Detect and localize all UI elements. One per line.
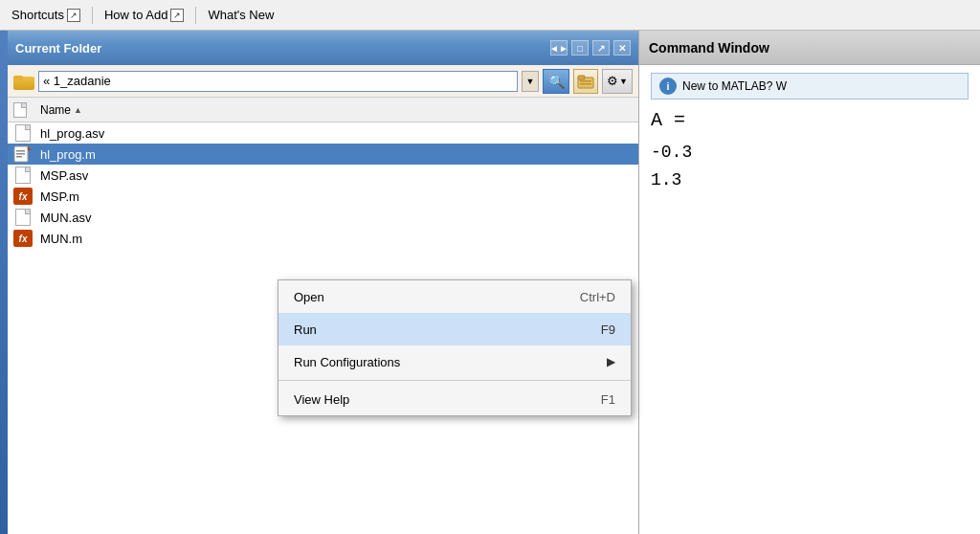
- address-bar: « 1_zadanie ▼ 🔍 ⚙ ▼: [8, 65, 638, 98]
- toolbar: Shortcuts ↗ How to Add ↗ What's New: [0, 0, 980, 31]
- info-icon: i: [659, 78, 677, 95]
- ctx-run-label: Run: [294, 323, 317, 337]
- folder-icon: [13, 73, 34, 90]
- how-to-add-icon: ↗: [170, 9, 184, 22]
- ctx-view-help-label: View Help: [294, 392, 349, 407]
- fx-icon: fx: [13, 188, 33, 205]
- left-strip: [0, 31, 8, 534]
- ctx-separator: [278, 380, 631, 381]
- panel-title: Current Folder: [15, 41, 543, 56]
- svg-rect-7: [16, 153, 25, 155]
- value1: -0.3: [651, 139, 969, 167]
- name-col-label: Name: [40, 103, 71, 117]
- svg-marker-5: [28, 146, 32, 150]
- ctx-view-help-shortcut: F1: [601, 392, 615, 407]
- file-row-msp-m[interactable]: fx MSP.m: [8, 186, 638, 207]
- command-window-body[interactable]: i New to MATLAB? W A = -0.3 1.3: [639, 65, 980, 534]
- context-menu: Open Ctrl+D Run F9 Run Configurations ▶ …: [278, 279, 632, 416]
- doc-icon: [15, 167, 31, 184]
- whats-new-link[interactable]: What's New: [204, 6, 278, 24]
- gear-button[interactable]: ⚙ ▼: [602, 69, 633, 94]
- doc-icon: [15, 124, 31, 142]
- svg-rect-1: [578, 76, 585, 79]
- command-window-header: Command Window: [639, 31, 980, 65]
- value2: 1.3: [651, 167, 969, 194]
- file-icon: [13, 209, 33, 226]
- fx-icon: fx: [13, 230, 33, 247]
- panel-header-controls: ◄► □ ↗ ✕: [550, 40, 631, 56]
- ctx-view-help[interactable]: View Help F1: [278, 383, 631, 415]
- whats-new-label: What's New: [208, 8, 274, 22]
- svg-rect-2: [580, 80, 591, 82]
- maximize-button[interactable]: ↗: [592, 40, 610, 56]
- file-icon: fx: [13, 230, 33, 247]
- how-to-add-label: How to Add: [104, 8, 168, 22]
- address-dropdown-button[interactable]: ▼: [522, 71, 539, 92]
- doc-icon: [15, 209, 31, 226]
- gear-dropdown-arrow: ▼: [619, 77, 628, 86]
- shortcuts-link[interactable]: Shortcuts ↗: [8, 6, 84, 24]
- file-name: MSP.asv: [40, 168, 88, 183]
- toolbar-sep-1: [92, 7, 93, 24]
- close-button[interactable]: ✕: [613, 40, 631, 56]
- shortcuts-icon: ↗: [67, 9, 80, 22]
- address-prefix: «: [43, 74, 54, 88]
- info-text: New to MATLAB? W: [682, 79, 787, 93]
- cmd-values: -0.3 1.3: [651, 139, 969, 194]
- file-row-mun-asv[interactable]: MUN.asv: [8, 207, 638, 228]
- file-list-header: Name ▲: [8, 98, 638, 122]
- ctx-open[interactable]: Open Ctrl+D: [278, 280, 631, 313]
- pin-button[interactable]: ◄►: [550, 40, 568, 56]
- search-button[interactable]: 🔍: [543, 69, 569, 94]
- variable-line: A =: [651, 109, 969, 131]
- main-area: Current Folder ◄► □ ↗ ✕ « 1_zadanie ▼ 🔍: [0, 31, 980, 534]
- shortcuts-label: Shortcuts: [11, 8, 64, 22]
- browse-icon: [577, 74, 594, 89]
- command-window-title: Command Window: [649, 40, 769, 56]
- info-bar: i New to MATLAB? W: [651, 73, 969, 100]
- file-icon: [13, 124, 33, 142]
- file-name: hl_prog.asv: [40, 126, 104, 141]
- file-name: MSP.m: [40, 189, 79, 204]
- gear-icon: ⚙: [607, 74, 618, 88]
- svg-rect-3: [580, 83, 591, 85]
- file-row-msp-asv[interactable]: MSP.asv: [8, 165, 638, 186]
- script-fire-icon: [13, 145, 33, 163]
- address-input[interactable]: « 1_zadanie: [38, 71, 518, 92]
- ctx-open-label: Open: [294, 290, 324, 304]
- file-name: hl_prog.m: [40, 147, 96, 162]
- ctx-run-config-label: Run Configurations: [294, 355, 400, 369]
- file-name: MUN.m: [40, 232, 82, 246]
- svg-rect-8: [16, 156, 22, 158]
- command-window-panel: Command Window i New to MATLAB? W A = -0…: [639, 31, 980, 534]
- file-icon: [13, 167, 33, 184]
- file-row-hl-prog-m[interactable]: hl_prog.m: [8, 144, 638, 165]
- toolbar-sep-2: [195, 7, 196, 24]
- file-name: MUN.asv: [40, 211, 91, 225]
- ctx-run-shortcut: F9: [601, 323, 615, 337]
- restore-button[interactable]: □: [571, 40, 589, 56]
- file-icon: fx: [13, 188, 33, 205]
- name-column-header[interactable]: Name ▲: [40, 103, 82, 117]
- header-icon-col: [13, 102, 33, 118]
- sort-icon: ▲: [74, 105, 82, 115]
- ctx-run[interactable]: Run F9: [278, 313, 631, 345]
- ctx-run-config-arrow: ▶: [607, 355, 615, 368]
- file-icon: [13, 145, 33, 163]
- file-row-mun-m[interactable]: fx MUN.m: [8, 228, 638, 249]
- svg-rect-6: [16, 150, 25, 152]
- ctx-run-configurations[interactable]: Run Configurations ▶: [278, 345, 631, 378]
- address-text: 1_zadanie: [54, 74, 111, 88]
- file-row-hl-prog-asv[interactable]: hl_prog.asv: [8, 122, 638, 144]
- search-icon: 🔍: [548, 74, 565, 89]
- header-file-icon: [13, 102, 27, 118]
- panel-header: Current Folder ◄► □ ↗ ✕: [8, 31, 638, 65]
- ctx-open-shortcut: Ctrl+D: [580, 290, 615, 304]
- browse-button[interactable]: [573, 69, 598, 94]
- how-to-add-link[interactable]: How to Add ↗: [100, 6, 189, 24]
